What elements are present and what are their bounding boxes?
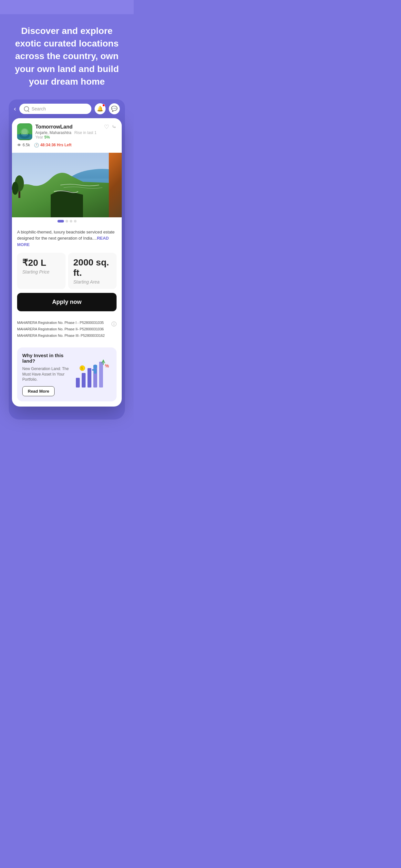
svg-text:%: %: [105, 363, 109, 368]
hero-text: Discover and explore exotic curated loca…: [0, 14, 134, 99]
search-placeholder: Search: [32, 106, 46, 112]
starting-price-card: ₹20 L Starting Price: [17, 253, 66, 289]
property-avatar: [17, 123, 32, 140]
svg-rect-13: [88, 368, 91, 388]
dot-1[interactable]: [58, 220, 64, 222]
share-icon[interactable]: ⤷: [112, 123, 117, 130]
dot-4[interactable]: [74, 220, 76, 222]
svg-text:$: $: [81, 367, 83, 370]
starting-area-card: 2000 sq. ft. Starting Area: [68, 253, 117, 289]
property-description: A biophilic-themed, luxury beachside ser…: [12, 225, 122, 248]
invest-text: Why Invest in this land? New Generation …: [22, 352, 73, 396]
back-button[interactable]: ‹: [14, 105, 16, 113]
property-title: TomorrowLand: [35, 124, 104, 130]
svg-point-16: [93, 365, 97, 368]
svg-point-3: [22, 129, 27, 135]
card-header-section: TomorrowLand Anjarle, Maharashtra Rise i…: [12, 118, 122, 153]
notification-button[interactable]: 🔔: [95, 103, 105, 114]
svg-rect-12: [82, 373, 86, 388]
price-value: ₹20 L: [22, 257, 60, 268]
property-location: Anjarle, Maharashtra Rise in last 1 Year…: [35, 130, 104, 140]
clock-icon: 🕐: [34, 143, 39, 148]
reg-line1: MAHARERA Registration No. Phase I - P528…: [17, 320, 104, 326]
invest-title: Why Invest in this land?: [22, 352, 73, 364]
dot-2[interactable]: [66, 220, 68, 222]
apply-now-button[interactable]: Apply now: [17, 293, 117, 311]
notification-badge: [102, 104, 105, 106]
invest-chart: % $: [73, 359, 112, 391]
invest-description: New Generation Land: The Must Have Asset…: [22, 366, 73, 382]
eye-icon: 👁: [17, 143, 21, 148]
invest-card: Why Invest in this land? New Generation …: [17, 347, 117, 401]
area-value: 2000 sq. ft.: [73, 257, 112, 278]
price-label: Starting Price: [22, 269, 60, 275]
chat-button[interactable]: 💬: [109, 103, 120, 114]
svg-rect-4: [17, 134, 32, 139]
carousel-peek-right: [109, 153, 122, 217]
search-input-wrap[interactable]: Search: [19, 104, 91, 114]
search-icon: [24, 106, 29, 112]
registration-section: MAHARERA Registration No. Phase I - P528…: [12, 315, 122, 343]
favorite-icon[interactable]: ♡: [104, 123, 109, 130]
image-carousel[interactable]: [12, 153, 122, 217]
dot-3[interactable]: [70, 220, 72, 222]
reg-line3: MAHARERA Registration No. Phase III- P52…: [17, 333, 104, 339]
carousel-main-image: [12, 153, 122, 217]
price-section: ₹20 L Starting Price 2000 sq. ft. Starti…: [12, 248, 122, 289]
svg-point-10: [12, 182, 19, 195]
area-label: Starting Area: [73, 279, 112, 284]
svg-rect-18: [92, 369, 96, 371]
timer-text: 48:34:36 Hrs Left: [40, 143, 72, 147]
svg-rect-11: [76, 378, 80, 388]
timer-meta: 🕐 48:34:36 Hrs Left: [34, 143, 72, 148]
rise-badge: 5%: [44, 135, 50, 140]
phone-mockup: ‹ Search 🔔 💬: [9, 99, 125, 420]
meta-row: 👁 6.5k 🕐 48:34:36 Hrs Left: [17, 143, 117, 148]
reg-line2: MAHARERA Registration No. Phase II- P528…: [17, 326, 104, 333]
info-icon[interactable]: ⓘ: [112, 320, 117, 329]
views-meta: 👁 6.5k: [17, 143, 30, 148]
status-bar: [0, 0, 134, 14]
search-bar-row: ‹ Search 🔔 💬: [9, 99, 125, 118]
read-more-button[interactable]: Read More: [22, 386, 55, 396]
carousel-dots: [12, 217, 122, 225]
property-card: TomorrowLand Anjarle, Maharashtra Rise i…: [12, 118, 122, 407]
svg-rect-15: [99, 362, 103, 388]
